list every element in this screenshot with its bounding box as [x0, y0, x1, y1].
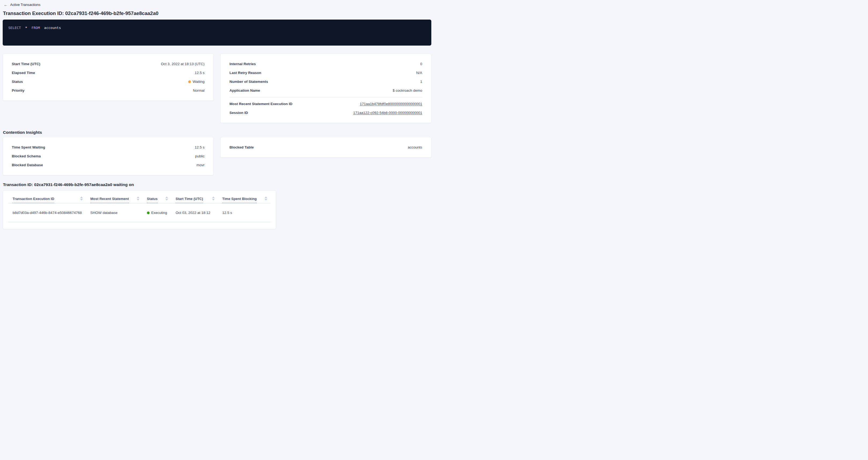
transaction-details-card: Internal Retries 0 Last Retry Reason N/A…	[220, 54, 431, 123]
sort-icon[interactable]	[265, 196, 267, 201]
summary-row-number-of-statements: Number of Statements 1	[229, 77, 422, 86]
column-header-label: Most Recent Statement	[90, 197, 129, 203]
sort-down-icon	[165, 199, 168, 201]
row-label: Priority	[12, 88, 24, 92]
status-text: Executing	[151, 211, 167, 215]
sort-down-icon	[212, 199, 215, 201]
summary-row-session-id: Session ID 171aa122-c092-54b8-0000-00000…	[229, 108, 422, 117]
sql-table-name: accounts	[44, 26, 61, 30]
sort-up-icon	[165, 196, 168, 198]
waiting-status-dot	[188, 81, 191, 83]
row-label: Most Recent Statement Execution ID	[229, 102, 292, 106]
sql-statement-box: SELECT * FROM accounts	[3, 20, 431, 45]
cell-most-recent-statement: SHOW database	[86, 211, 143, 215]
waiting-on-heading: Transaction ID: 02ca7931-f246-469b-b2fe-…	[3, 182, 431, 187]
contention-waiting-card: Time Spent Waiting 12.5 s Blocked Schema…	[3, 137, 214, 175]
summary-row-start-time: Start Time (UTC) Oct 3, 2022 at 18:13 (U…	[12, 60, 205, 68]
transaction-timing-card: Start Time (UTC) Oct 3, 2022 at 18:13 (U…	[3, 54, 214, 101]
summary-row-priority: Priority Normal	[12, 86, 205, 95]
column-header-transaction-execution-id[interactable]: Transaction Execution ID	[8, 196, 86, 203]
sort-icon[interactable]	[80, 196, 83, 201]
sort-icon[interactable]	[212, 196, 215, 201]
row-label: Last Retry Reason	[229, 71, 261, 75]
sort-icon[interactable]	[165, 196, 168, 201]
column-header-status[interactable]: Status	[143, 196, 171, 203]
back-button[interactable]: ← Active Transactions	[3, 2, 43, 7]
column-header-label: Status	[147, 197, 158, 203]
sort-down-icon	[80, 199, 83, 201]
row-value: movr	[196, 163, 205, 167]
cell-start-time: Oct 03, 2022 at 18:12	[171, 211, 218, 215]
blocked-table-card: Blocked Table accounts	[220, 137, 431, 158]
row-value: accounts	[408, 145, 422, 149]
status-badge: Waiting	[188, 80, 205, 84]
summary-row-last-retry-reason: Last Retry Reason N/A	[229, 68, 422, 77]
summary-row-elapsed-time: Elapsed Time 12.5 s	[12, 68, 205, 77]
row-label: Session ID	[229, 111, 248, 115]
contention-section: Time Spent Waiting 12.5 s Blocked Schema…	[3, 137, 431, 175]
sort-up-icon	[137, 196, 140, 198]
sql-keyword-from: FROM	[31, 26, 40, 30]
row-value: 1	[420, 80, 422, 84]
row-label: Internal Retries	[229, 62, 256, 66]
sql-statement: SELECT * FROM accounts	[8, 26, 426, 30]
row-label: Elapsed Time	[12, 71, 35, 75]
row-value: $ cockroach demo	[393, 88, 422, 92]
summary-row-statement-execution-id: Most Recent Statement Execution ID 171aa…	[229, 99, 422, 108]
summary-row-blocked-table: Blocked Table accounts	[229, 143, 422, 152]
row-value: public	[195, 154, 205, 158]
column-header-label: Time Spent Blocking	[222, 197, 256, 203]
page-title: Transaction Execution ID: 02ca7931-f246-…	[3, 10, 431, 17]
sort-icon[interactable]	[137, 196, 140, 201]
sort-down-icon	[137, 199, 140, 201]
sort-up-icon	[80, 196, 83, 198]
statement-execution-id-link[interactable]: 171aa1b478fdf0e80000000000000001	[360, 102, 422, 106]
row-label: Time Spent Waiting	[12, 145, 45, 149]
table-header-row: Transaction Execution ID Most Recent Sta…	[8, 191, 271, 204]
sort-down-icon	[265, 199, 267, 201]
status-text: Waiting	[192, 80, 205, 84]
row-label: Status	[12, 80, 23, 84]
row-value: 0	[420, 62, 422, 66]
summary-row-time-spent-waiting: Time Spent Waiting 12.5 s	[12, 143, 205, 152]
summary-row-blocked-schema: Blocked Schema public	[12, 152, 205, 160]
row-value: Oct 3, 2022 at 18:13 (UTC)	[161, 62, 205, 66]
executing-status-dot	[147, 212, 150, 214]
row-label: Application Name	[229, 88, 260, 92]
row-label: Number of Statements	[229, 80, 268, 84]
session-id-link[interactable]: 171aa122-c092-54b8-0000-000000000001	[353, 111, 422, 115]
sort-up-icon	[265, 196, 267, 198]
sort-up-icon	[212, 196, 215, 198]
summary-row-status: Status Waiting	[12, 77, 205, 86]
sql-keyword-select: SELECT	[8, 26, 21, 30]
sql-star-operator: *	[25, 26, 27, 30]
column-header-label: Start Time (UTC)	[176, 197, 203, 203]
row-value: Normal	[193, 88, 205, 92]
back-arrow-icon: ←	[4, 3, 8, 7]
row-label: Blocked Database	[12, 163, 43, 167]
cell-status: Executing	[143, 211, 171, 215]
overview-section: Start Time (UTC) Oct 3, 2022 at 18:13 (U…	[3, 54, 431, 123]
table-row: b8d7d03a-d497-446b-8474-e50846674768 SHO…	[8, 204, 271, 222]
cell-time-spent-blocking: 12.5 s	[218, 211, 271, 215]
column-header-most-recent-statement[interactable]: Most Recent Statement	[86, 196, 143, 203]
summary-row-blocked-database: Blocked Database movr	[12, 160, 205, 170]
column-header-time-spent-blocking[interactable]: Time Spent Blocking	[218, 196, 271, 203]
contention-insights-heading: Contention Insights	[3, 130, 431, 135]
row-label: Blocked Table	[229, 145, 254, 149]
row-value: N/A	[416, 71, 422, 75]
row-value: 12.5 s	[195, 145, 205, 149]
card-divider	[229, 97, 422, 97]
row-label: Start Time (UTC)	[12, 62, 40, 66]
column-header-label: Transaction Execution ID	[12, 197, 54, 203]
row-label: Blocked Schema	[12, 154, 41, 158]
back-button-label: Active Transactions	[10, 3, 40, 7]
summary-row-internal-retries: Internal Retries 0	[229, 60, 422, 68]
row-value: 12.5 s	[195, 71, 205, 75]
cell-transaction-execution-id: b8d7d03a-d497-446b-8474-e50846674768	[8, 211, 86, 215]
summary-row-application-name: Application Name $ cockroach demo	[229, 86, 422, 95]
column-header-start-time[interactable]: Start Time (UTC)	[171, 196, 218, 203]
waiting-transactions-table: Transaction Execution ID Most Recent Sta…	[3, 191, 276, 229]
